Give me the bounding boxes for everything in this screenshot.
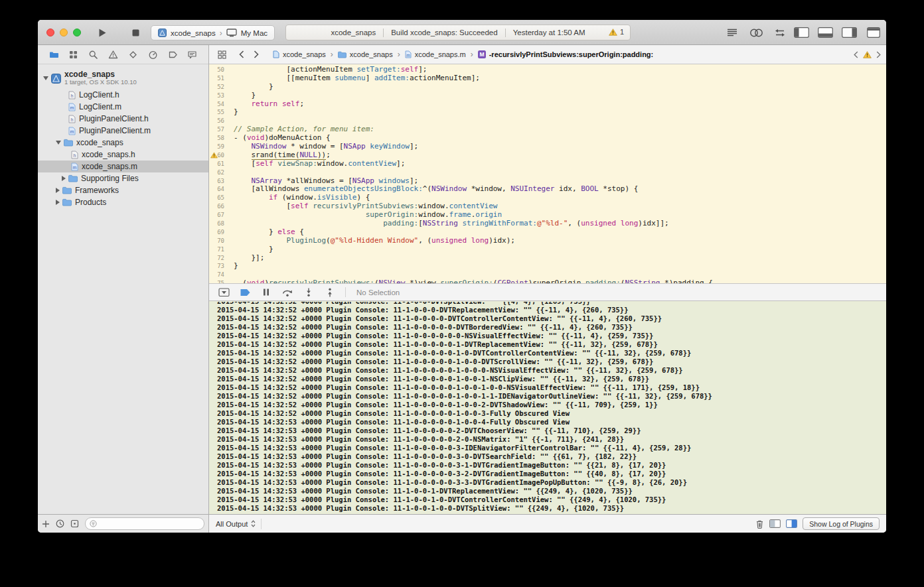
clear-console-button[interactable] <box>755 519 764 529</box>
code-line[interactable]: 55} <box>209 108 886 117</box>
line-number[interactable]: 58 <box>209 134 228 143</box>
window-titlebar[interactable]: xcode_snaps › My Mac xcode_snaps Build x… <box>38 20 886 45</box>
debug-selection-label[interactable]: No Selection <box>356 289 400 296</box>
scheme-selector[interactable]: xcode_snaps › My Mac <box>151 25 275 40</box>
tree-item-pluginpanelclient-m[interactable]: mPluginPanelClient.m <box>38 125 208 137</box>
warning-icon[interactable] <box>863 51 872 58</box>
code-line[interactable]: 53 } <box>209 92 886 100</box>
navigator-panel-button[interactable] <box>793 27 810 38</box>
report-navigator-tab[interactable] <box>186 48 199 61</box>
symbol-navigator-tab[interactable] <box>67 48 80 61</box>
line-number[interactable]: 66 <box>209 202 228 211</box>
assistant-editor-button[interactable] <box>747 29 765 37</box>
code-line[interactable]: 54 return self; <box>209 100 886 109</box>
line-number[interactable]: 55 <box>209 108 228 117</box>
hide-debug-area-button[interactable] <box>218 287 230 298</box>
breakpoints-toggle-button[interactable] <box>239 287 251 298</box>
disclosure-triangle[interactable] <box>56 188 60 193</box>
line-number[interactable]: 71 <box>209 245 228 254</box>
line-number[interactable]: 56 <box>209 117 228 125</box>
breadcrumb-project[interactable]: xcode_snaps <box>273 50 326 58</box>
stop-button[interactable] <box>127 20 144 45</box>
line-number[interactable]: 61 <box>209 160 228 168</box>
step-over-button[interactable] <box>281 287 293 298</box>
breadcrumb-file[interactable]: m xcode_snaps.m <box>405 50 466 58</box>
line-number[interactable]: 50 <box>209 66 228 74</box>
search-navigator-tab[interactable] <box>87 48 100 61</box>
disclosure-triangle[interactable] <box>43 76 48 80</box>
code-line[interactable]: 52 } <box>209 83 886 92</box>
tree-item-products[interactable]: Products <box>38 196 208 208</box>
tree-item-xcode-snaps-m[interactable]: mxcode_snaps.m <box>38 161 208 172</box>
tree-item-project-root[interactable]: xcode_snaps1 target, OS X SDK 10.10 <box>38 68 208 89</box>
code-line[interactable]: 75- (void)recursivlyPrintSubviews:(NSVie… <box>209 279 886 283</box>
next-issue-icon[interactable] <box>876 51 881 58</box>
line-number[interactable]: 65 <box>209 194 228 202</box>
output-filter-dropdown[interactable]: All Output <box>216 520 256 528</box>
code-line[interactable]: 71 } <box>209 245 886 254</box>
debug-panel-button[interactable] <box>816 27 834 38</box>
tree-item-xcode-snaps[interactable]: xcode_snaps <box>38 137 208 149</box>
debug-navigator-tab[interactable] <box>146 48 159 61</box>
line-number[interactable]: 69 <box>209 228 228 237</box>
breadcrumb-method[interactable]: M -recursivlyPrintSubviews:superOrigin:p… <box>478 50 654 58</box>
tree-item-pluginpanelclient-h[interactable]: hPluginPanelClient.h <box>38 113 208 125</box>
breakpoint-navigator-tab[interactable] <box>166 48 179 61</box>
line-number[interactable]: 75 <box>209 279 228 283</box>
test-navigator-tab[interactable] <box>126 48 139 61</box>
line-number[interactable]: 52 <box>209 83 228 92</box>
line-number[interactable]: 72 <box>209 254 228 263</box>
line-number[interactable]: 74 <box>209 271 228 279</box>
line-number[interactable]: 59 <box>209 143 228 151</box>
code-line[interactable]: 51 [[menuItem submenu] addItem:actionMen… <box>209 74 886 83</box>
recent-files-button[interactable] <box>56 519 64 528</box>
code-line[interactable]: 70 PluginLog(@"%ld-Hidden Window", (unsi… <box>209 237 886 245</box>
show-log-button[interactable]: Show Log of Plugins <box>803 517 880 530</box>
code-line[interactable]: 72 }]; <box>209 254 886 263</box>
line-number[interactable]: 54 <box>209 100 228 109</box>
disclosure-triangle[interactable] <box>56 141 61 145</box>
version-editor-button[interactable] <box>771 29 789 37</box>
run-button[interactable] <box>94 20 111 45</box>
console-output[interactable]: 2015-04-15 14:32:52 +0000 Plugin Console… <box>209 301 886 514</box>
variables-pane-toggle[interactable] <box>769 519 781 528</box>
line-number[interactable]: 67 <box>209 211 228 220</box>
add-button[interactable] <box>42 520 50 528</box>
code-line[interactable]: 59 NSWindow * window = [NSApp keyWindow]… <box>209 143 886 151</box>
code-area[interactable]: 50 [actionMenuItem setTarget:self];51 [[… <box>209 64 886 283</box>
code-line[interactable]: 61 [self viewSnap:window.contentView]; <box>209 160 886 168</box>
tree-item-logclient-m[interactable]: mLogClient.m <box>38 101 208 113</box>
forward-button[interactable] <box>249 50 264 58</box>
line-number[interactable]: 70 <box>209 237 228 245</box>
step-into-button[interactable] <box>303 287 315 298</box>
back-button[interactable] <box>234 50 249 58</box>
tree-item-xcode-snaps-h[interactable]: hxcode_snaps.h <box>38 149 208 161</box>
navigator-filter-field[interactable] <box>85 517 204 530</box>
disclosure-triangle[interactable] <box>56 200 60 205</box>
line-number[interactable]: 62 <box>209 168 228 177</box>
breadcrumb-group[interactable]: xcode_snaps <box>338 50 393 58</box>
issue-navigator-tab[interactable] <box>107 48 120 61</box>
console-pane-toggle[interactable] <box>786 519 797 528</box>
line-number[interactable]: 64 <box>209 185 228 194</box>
step-out-button[interactable] <box>324 287 336 298</box>
disclosure-triangle[interactable] <box>62 176 66 181</box>
line-number[interactable]: 51 <box>209 74 228 83</box>
utilities-panel-button[interactable] <box>840 27 858 38</box>
toolbar-window-button[interactable] <box>865 27 882 38</box>
tree-item-frameworks[interactable]: Frameworks <box>38 184 208 196</box>
close-icon[interactable] <box>46 29 54 36</box>
code-line[interactable]: 73} <box>209 262 886 271</box>
line-number[interactable]: 73 <box>209 262 228 271</box>
zoom-icon[interactable] <box>73 29 81 36</box>
line-number[interactable]: 53 <box>209 92 228 100</box>
project-navigator-tab[interactable] <box>47 48 60 61</box>
prev-issue-icon[interactable] <box>854 51 858 58</box>
minimize-icon[interactable] <box>60 29 68 36</box>
line-number[interactable]: 63 <box>209 177 228 186</box>
scm-status-button[interactable] <box>70 519 79 528</box>
related-items-button[interactable] <box>214 50 229 59</box>
line-number[interactable]: 68 <box>209 220 228 228</box>
warning-badge[interactable]: 1 <box>609 28 624 36</box>
continue-pause-button[interactable] <box>260 287 272 298</box>
